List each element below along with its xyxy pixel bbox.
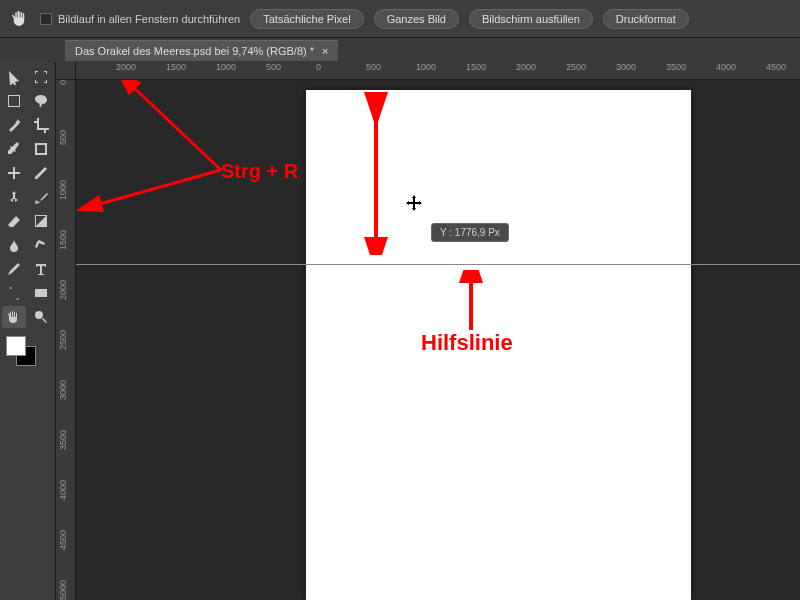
- ruler-h-tick: 1000: [416, 62, 436, 72]
- canvas-viewport[interactable]: Y : 1776,9 Px Strg + R Hilfslinie: [76, 80, 800, 600]
- ruler-v-tick: 1500: [58, 230, 68, 250]
- ruler-v-tick: 2500: [58, 330, 68, 350]
- ruler-h-tick: 500: [266, 62, 281, 72]
- scroll-all-checkbox[interactable]: [40, 13, 52, 25]
- scroll-all-checkbox-wrap[interactable]: Bildlauf in allen Fenstern durchführen: [40, 13, 240, 25]
- ruler-v-tick: 500: [58, 130, 68, 145]
- ruler-corner[interactable]: [56, 62, 76, 80]
- print-size-button[interactable]: Druckformat: [603, 9, 689, 29]
- type-tool[interactable]: [29, 258, 53, 280]
- color-swatches[interactable]: [2, 336, 53, 372]
- ruler-h-tick: 2000: [516, 62, 536, 72]
- pen-tool[interactable]: [2, 258, 26, 280]
- blur-tool[interactable]: [2, 234, 26, 256]
- marquee-tool[interactable]: [2, 90, 26, 112]
- wand-tool[interactable]: [2, 114, 26, 136]
- document-tab-bar: Das Orakel des Meeres.psd bei 9,74% (RGB…: [0, 38, 800, 62]
- ruler-v-tick: 5000: [58, 580, 68, 600]
- ruler-h-tick: 3000: [616, 62, 636, 72]
- ruler-h-tick: 1500: [466, 62, 486, 72]
- ruler-h-tick: 3500: [666, 62, 686, 72]
- history-tool[interactable]: [29, 186, 53, 208]
- zoom-tool[interactable]: [29, 306, 53, 328]
- eyedropper-tool[interactable]: [2, 138, 26, 160]
- tab-title: Das Orakel des Meeres.psd bei 9,74% (RGB…: [75, 45, 314, 57]
- ruler-h-tick: 4000: [716, 62, 736, 72]
- ruler-v-tick: 1000: [58, 180, 68, 200]
- move-tool[interactable]: [2, 66, 26, 88]
- position-tooltip: Y : 1776,9 Px: [431, 223, 509, 242]
- ruler-h-tick: 1000: [216, 62, 236, 72]
- tab-close-icon[interactable]: ×: [322, 45, 328, 57]
- foreground-swatch[interactable]: [6, 336, 26, 356]
- gradient-tool[interactable]: [29, 210, 53, 232]
- ruler-v-tick: 4500: [58, 530, 68, 550]
- tooltip-value: 1776,9 Px: [455, 227, 500, 238]
- ruler-v-tick: 0: [58, 80, 68, 85]
- svg-line-1: [96, 170, 221, 205]
- ruler-h-tick: 500: [366, 62, 381, 72]
- annotation-rulers-label: Strg + R: [221, 160, 298, 183]
- ruler-v-tick: 3000: [58, 380, 68, 400]
- shape-tool[interactable]: [29, 282, 53, 304]
- ruler-h-tick: 1500: [166, 62, 186, 72]
- fit-screen-button[interactable]: Ganzes Bild: [374, 9, 459, 29]
- ruler-h-tick: 4500: [766, 62, 786, 72]
- brush-tool[interactable]: [29, 162, 53, 184]
- dodge-tool[interactable]: [29, 234, 53, 256]
- ruler-h-tick: 2000: [116, 62, 136, 72]
- ruler-v-tick: 2000: [58, 280, 68, 300]
- document-tab[interactable]: Das Orakel des Meeres.psd bei 9,74% (RGB…: [65, 40, 338, 61]
- clone-tool[interactable]: [2, 186, 26, 208]
- ruler-h-tick: 0: [316, 62, 321, 72]
- actual-pixels-button[interactable]: Tatsächliche Pixel: [250, 9, 363, 29]
- scroll-all-label: Bildlauf in allen Fenstern durchführen: [58, 13, 240, 25]
- crop-tool[interactable]: [29, 114, 53, 136]
- tooltip-label: Y :: [440, 227, 452, 238]
- annotation-guide-label: Hilfslinie: [421, 330, 513, 356]
- healing-tool[interactable]: [2, 162, 26, 184]
- main-area: 0200015001000500050010001500200025003000…: [0, 62, 800, 600]
- hand-tool[interactable]: [2, 306, 26, 328]
- ruler-h-tick: 2500: [566, 62, 586, 72]
- hand-tool-icon[interactable]: [8, 8, 30, 30]
- options-bar: Bildlauf in allen Fenstern durchführen T…: [0, 0, 800, 38]
- fill-screen-button[interactable]: Bildschirm ausfüllen: [469, 9, 593, 29]
- svg-line-0: [131, 85, 221, 170]
- ruler-v-tick: 3500: [58, 430, 68, 450]
- annotation-arrow-drag: [356, 80, 416, 255]
- workspace: 0200015001000500050010001500200025003000…: [56, 62, 800, 600]
- eraser-tool[interactable]: [2, 210, 26, 232]
- frame-tool[interactable]: [29, 138, 53, 160]
- ruler-v-tick: 4000: [58, 480, 68, 500]
- tools-panel: [0, 62, 56, 600]
- lasso-tool[interactable]: [29, 90, 53, 112]
- horizontal-ruler[interactable]: 0200015001000500050010001500200025003000…: [76, 62, 800, 80]
- vertical-ruler[interactable]: 0500100015002000250030003500400045005000: [56, 80, 76, 600]
- artboard-tool[interactable]: [29, 66, 53, 88]
- path-tool[interactable]: [2, 282, 26, 304]
